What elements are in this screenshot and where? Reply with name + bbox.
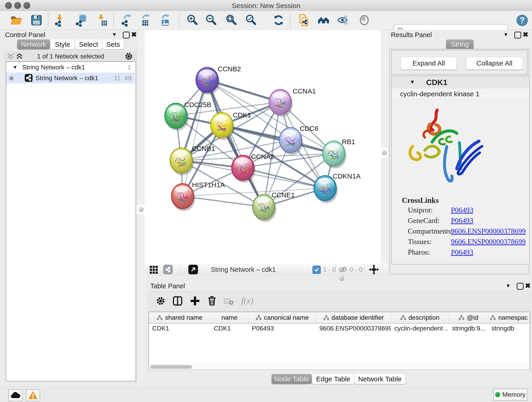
column-header-database-identifier[interactable]: database identifier	[316, 312, 391, 323]
import-network-icon[interactable]	[54, 14, 66, 27]
import-table-icon[interactable]	[95, 14, 108, 27]
refresh-layout-icon[interactable]	[272, 14, 285, 27]
pan-mode-icon[interactable]	[369, 264, 379, 274]
zoom-fit-icon[interactable]	[225, 14, 238, 27]
results-panel-close-icon[interactable]: ✖	[523, 31, 528, 38]
export-table-icon[interactable]	[139, 14, 152, 27]
crosslink-link[interactable]: 9606.ENSP00000378699	[451, 237, 526, 246]
network-node-cdk1[interactable]: CDK1	[210, 111, 251, 140]
tab-string[interactable]: String	[446, 39, 474, 49]
column-header--id[interactable]: @id	[449, 312, 488, 323]
toolbar-separator	[290, 13, 291, 27]
edge-count: 48	[124, 73, 132, 83]
network-node-cdc25b[interactable]: CDC25B	[165, 101, 211, 131]
crosslink-row: GeneCard:P06493	[392, 216, 529, 227]
show-columns-icon[interactable]	[172, 296, 183, 306]
hide-unhide-icon[interactable]	[336, 14, 349, 27]
table-panel-close-icon[interactable]: ✖	[525, 282, 531, 289]
collection-expander-icon[interactable]: ▼	[13, 62, 18, 73]
table-cell[interactable]: CDK1	[210, 323, 249, 333]
save-session-icon[interactable]	[30, 14, 43, 27]
network-edge[interactable]	[183, 80, 207, 196]
tab-edge-table[interactable]: Edge Table	[312, 374, 354, 384]
table-cell[interactable]: cyclin-dependent ...	[391, 323, 449, 333]
column-header-shared-name[interactable]: shared name	[149, 312, 210, 323]
horizontal-splitter[interactable]	[145, 276, 532, 281]
control-panel-close-icon[interactable]: ✖	[131, 31, 137, 38]
hidden-eye-slash-icon[interactable]	[338, 266, 348, 273]
tab-node-table[interactable]: Node Table	[272, 374, 312, 384]
protein-structure-image	[403, 103, 490, 186]
grid-view-icon[interactable]	[149, 265, 158, 274]
zoom-selected-icon[interactable]	[245, 14, 258, 27]
column-header-name[interactable]: name	[210, 312, 249, 323]
cdk1-expander-icon[interactable]: ▼	[410, 79, 415, 85]
network-node-ccnb2[interactable]: CCNB2	[196, 65, 241, 95]
table-cell[interactable]: CDK1	[149, 323, 210, 333]
results-panel-menu-icon[interactable]: ▼	[503, 32, 508, 38]
column-header-canonical-name[interactable]: canonical name	[249, 312, 316, 323]
table-cell[interactable]: stringdb	[488, 323, 530, 333]
cloud-icon	[11, 392, 20, 399]
network-node-cdc6[interactable]: CDC6	[279, 125, 318, 155]
column-header-namespac[interactable]: namespac	[488, 312, 530, 323]
column-header-description[interactable]: description	[391, 312, 449, 323]
network-view-mode-icon[interactable]	[163, 265, 173, 274]
memory-button[interactable]: Memory	[493, 389, 527, 401]
help-icon[interactable]: ?	[516, 14, 529, 27]
crosslink-link[interactable]: P06493	[451, 248, 473, 256]
network-canvas[interactable]: CCNB2CCNA1CDC25BCDK1CDC6RB1CCNB1CCNA2CDK…	[145, 30, 381, 263]
results-panel-float-icon[interactable]	[514, 32, 521, 38]
crosslink-link[interactable]: P06493	[451, 206, 473, 214]
results-panel-title: Results Panel	[391, 31, 432, 39]
cloud-button[interactable]	[8, 389, 22, 401]
cdk1-card-header[interactable]: ▼ CDK1	[392, 76, 529, 89]
table-cell[interactable]: stringdb:9...	[449, 323, 488, 333]
network-node-cdkn1a[interactable]: CDKN1A	[314, 172, 361, 203]
warnings-button[interactable]	[26, 389, 40, 401]
network-node-ccna1[interactable]: CCNA1	[269, 87, 316, 117]
right-splitter[interactable]	[381, 30, 388, 276]
zoom-in-icon[interactable]	[186, 14, 199, 27]
detach-view-icon[interactable]	[188, 265, 198, 274]
scrollbar-thumb[interactable]	[150, 365, 192, 369]
table-panel-menu-icon[interactable]: ▼	[506, 283, 511, 289]
table-gear-icon[interactable]	[156, 296, 165, 306]
tab-sets[interactable]: Sets	[102, 39, 124, 49]
delete-column-icon[interactable]	[207, 295, 217, 306]
network-node-hist1h1a[interactable]: HIST1H1A	[171, 181, 225, 211]
table-panel-float-icon[interactable]	[517, 283, 524, 290]
import-database-icon[interactable]	[75, 14, 88, 27]
crosslink-link[interactable]: P06493	[451, 216, 473, 225]
table-cell[interactable]: P06493	[249, 323, 316, 333]
network-node-rb1[interactable]: RB1	[323, 138, 355, 168]
home-networks-icon[interactable]	[317, 14, 330, 27]
clone-network-icon[interactable]	[298, 14, 310, 27]
expand-all-button[interactable]: Expand All	[400, 57, 457, 70]
control-panel-float-icon[interactable]	[123, 32, 130, 38]
zoom-out-icon[interactable]	[205, 14, 218, 27]
table-hscrollbar[interactable]	[149, 364, 530, 370]
column-type-icon	[490, 315, 496, 320]
column-header-label: name	[221, 314, 237, 321]
node-label: CDC6	[300, 125, 318, 132]
tab-network-table[interactable]: Network Table	[355, 374, 405, 384]
crosslink-link[interactable]: 9606.ENSP00000378699	[451, 227, 526, 235]
control-panel-menu-icon[interactable]: ▼	[112, 32, 117, 38]
export-network-icon[interactable]	[120, 14, 133, 27]
left-splitter[interactable]	[137, 30, 145, 387]
network-node-ccnb1[interactable]: CCNB1	[170, 145, 215, 175]
tab-network[interactable]: Network	[17, 39, 50, 49]
network-node-ccne1[interactable]: CCNE1	[253, 191, 295, 222]
add-column-icon[interactable]	[190, 296, 200, 306]
table-cell[interactable]: 9606.ENSP00000378699	[316, 323, 391, 333]
tab-select[interactable]: Select	[75, 39, 102, 49]
network-row[interactable]: String Network – cdk1 11 48	[6, 73, 135, 83]
network-collection-row[interactable]: ▼ String Network – cdk1 1	[6, 62, 135, 73]
gear-icon[interactable]	[125, 52, 133, 61]
export-image-icon[interactable]	[159, 14, 172, 27]
open-session-icon[interactable]	[10, 14, 22, 27]
tab-style[interactable]: Style	[51, 39, 75, 49]
selected-checkbox-icon[interactable]	[312, 266, 321, 274]
collapse-all-button[interactable]: Collapse All	[466, 57, 523, 70]
